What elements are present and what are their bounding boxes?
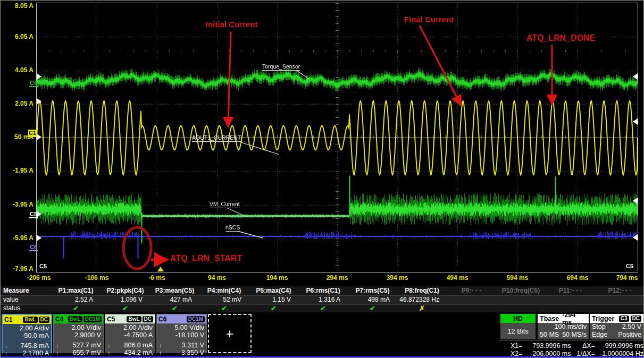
channel-box-c6[interactable]: C6DC1M 5.00 V/div -18.100 V ↓3.311 V ↑3.… — [156, 314, 207, 353]
y-axis-label: -7.95 A — [2, 265, 34, 272]
aout1-current-trace-label: AOUT1_CURRENT — [192, 134, 241, 142]
measure-p10-header[interactable]: P10:freq(C5) — [496, 286, 546, 295]
trigger-box[interactable]: TriggerC3DC Stop2.50 V EdgePositive — [590, 314, 643, 339]
measure-p12-header[interactable]: P12:- - - — [595, 286, 644, 295]
measure-p11-header[interactable]: P11:- - - — [546, 286, 595, 295]
y-axis-label: 8.05 A — [2, 2, 34, 10]
measure-row-label: Measure — [1, 286, 51, 295]
measure-p7-header[interactable]: P7:rms(C5) — [348, 286, 397, 295]
timebase-box[interactable]: Tbase-294 ms 100 ms/div 50 MS50 MS/s — [538, 314, 589, 339]
channel-tag-c4[interactable]: C4 — [29, 80, 38, 87]
c1-offset-marker[interactable] — [37, 134, 41, 140]
coupling-badge: DC1M — [187, 316, 205, 322]
c1-offset-marker-right[interactable] — [633, 118, 638, 125]
trigger-source-badge: C3 — [619, 316, 629, 322]
c4-offset-marker-right[interactable] — [633, 73, 638, 80]
channel-tag-c6[interactable]: C6 — [29, 244, 38, 251]
c4-scale: 2.00 V/div — [56, 324, 101, 331]
min-arrow-icon: ↓ — [159, 342, 162, 349]
c5-offset-marker-right[interactable] — [633, 198, 638, 204]
channel-tag-c1[interactable]: C1 — [28, 130, 37, 137]
check-icon: ✔ — [249, 304, 298, 312]
max-arrow-icon: ↑ — [159, 349, 162, 356]
measure-p5-header[interactable]: P5:max(C4) — [249, 286, 298, 295]
x-axis-label: 294 ms — [327, 274, 348, 282]
time-per-div: 100 ms/div — [555, 323, 587, 331]
value-row-label: value — [1, 295, 51, 304]
measure-p5-value: 1.15 V — [249, 295, 298, 304]
trigger-label: Trigger — [592, 315, 614, 322]
c6-offset-marker[interactable] — [37, 235, 41, 241]
x1-label: X1= — [499, 342, 523, 350]
trigger-time-marker[interactable] — [157, 267, 164, 271]
measure-p10-status — [496, 304, 546, 312]
measure-p12-status — [595, 304, 644, 312]
c1-min: 745.8 mA — [20, 342, 49, 350]
y-axis-label: -5.95 A — [2, 234, 34, 242]
initial-current-annotation: Initial Current — [206, 20, 258, 29]
c4-offset: 2.9000 V — [56, 331, 101, 339]
min-arrow-icon: ↓ — [107, 342, 111, 349]
trigger-type: Edge — [592, 331, 607, 339]
y-axis-label: 2.05 A — [2, 100, 34, 107]
channel-box-c4[interactable]: C4BwLDC1M 2.00 V/div 2.9000 V ↓527.7 mV … — [53, 314, 104, 353]
channel-box-c1-id: C1 — [4, 316, 12, 323]
measure-p2-header[interactable]: P2:pkpk(C4) — [101, 286, 150, 295]
channel-box-c5[interactable]: C5BwLDC 2.00 A/div -4.7500 A ↓806.0 mA ↑… — [105, 314, 155, 353]
c1-offset: -50.0 mA — [5, 332, 49, 339]
measure-p7-value: 498 mA — [348, 295, 397, 304]
coupling-badge: DC1M — [83, 316, 102, 322]
torque-sensor-trace-label: Torque_Sensor — [262, 63, 300, 71]
measure-table: MeasureP1:max(C1)P2:pkpk(C4)P3:mean(C5)P… — [1, 286, 644, 312]
bottom-divider — [1, 356, 643, 357]
tbase-label: Tbase — [540, 315, 559, 322]
channel-box-c5-id: C5 — [107, 316, 115, 323]
c5-offset-marker[interactable] — [37, 211, 41, 217]
hd-mode-box[interactable]: HD 12 Bits — [500, 314, 536, 339]
c5-min: 806.0 mA — [124, 342, 153, 349]
max-arrow-icon: ↑ — [107, 349, 111, 356]
c4-min: 527.7 mV — [72, 342, 101, 349]
sample-rate: 50 MS/s — [562, 331, 587, 339]
measure-p9-status — [447, 304, 496, 312]
waveform-grid[interactable] — [36, 3, 638, 272]
measure-p4-header[interactable]: P4:min(C4) — [199, 286, 249, 295]
channel-box-c6-id: C6 — [158, 316, 166, 323]
x-axis-label: 794 ms — [616, 274, 638, 282]
c6-offset: -18.100 V — [159, 331, 204, 339]
trigger-mode: Stop — [592, 323, 606, 331]
x1-value: 793.9996 ms — [523, 342, 571, 350]
atq-lrn-start-annotation: ATQ_LRN_START — [170, 254, 242, 263]
measure-p12-value — [595, 295, 644, 304]
add-channel-button[interactable]: + — [208, 314, 252, 353]
vm-current-trace-label: VM_Current — [210, 201, 240, 208]
sample-count: 50 MS — [540, 331, 559, 339]
nscs-trace-label: nSCS — [225, 224, 240, 232]
y-axis-label: -3.95 A — [2, 201, 34, 208]
check-icon: ✔ — [150, 304, 199, 312]
c1-level-marker[interactable] — [37, 98, 41, 105]
measure-p1-header[interactable]: P1:max(C1) — [51, 286, 101, 295]
grid-corner-label-right: C5 — [626, 263, 633, 269]
check-icon: ✔ — [101, 304, 150, 312]
check-icon: ✔ — [51, 304, 101, 312]
c6-offset-marker-right[interactable] — [633, 234, 638, 241]
x-axis-label: 194 ms — [266, 274, 288, 282]
measure-p6-header[interactable]: P6:rms(C1) — [298, 286, 348, 295]
x-axis-label: 694 ms — [567, 274, 589, 282]
waveform-canvas — [37, 3, 638, 272]
c1-scale: 2.00 A/div — [5, 325, 49, 332]
x-axis-label: -206 ms — [27, 274, 51, 282]
dx-label: ΔX= — [571, 342, 596, 350]
final-current-annotation: Final Current — [404, 15, 454, 24]
channel-box-c1[interactable]: C1BwLDC 2.00 A/div -50.0 mA ↓745.8 mA ↑2… — [2, 314, 52, 353]
c4-offset-marker[interactable] — [37, 73, 41, 80]
measure-p8-header[interactable]: P8:freq(C1) — [397, 286, 447, 295]
measure-p10-value — [496, 295, 546, 304]
measure-p9-header[interactable]: P9:- - - — [447, 286, 496, 295]
c6-max: 3.350 V — [181, 349, 204, 356]
x-axis-label: -106 ms — [85, 274, 109, 282]
x-axis-label: 494 ms — [447, 274, 469, 282]
measure-p3-header[interactable]: P3:mean(C5) — [150, 286, 199, 295]
min-arrow-icon: ↓ — [5, 342, 8, 350]
